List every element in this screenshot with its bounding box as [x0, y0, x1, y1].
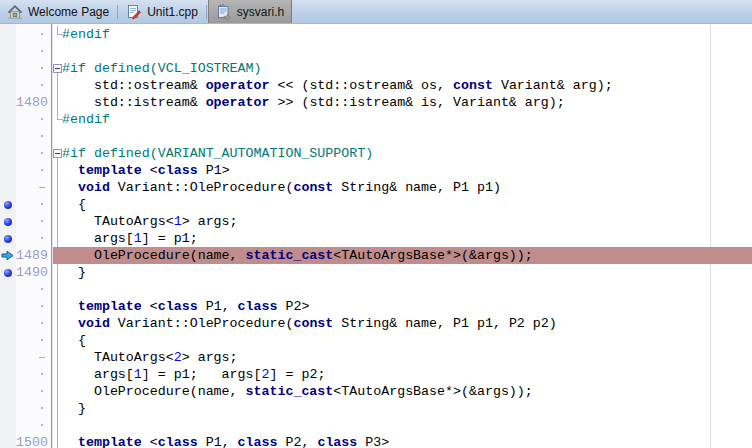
fold-collapse-button[interactable] [53, 64, 62, 73]
token-plain: > args; [182, 350, 238, 365]
code-line-1495[interactable]: – TAutoArgs<2> args; [0, 349, 752, 366]
token-plain: < [142, 163, 158, 178]
code-text[interactable]: void Variant::OleProcedure(const String&… [62, 179, 501, 196]
token-num: 2 [174, 350, 182, 365]
fold-guide-line [57, 417, 58, 434]
code-line-1477[interactable]: · [0, 43, 752, 60]
code-text[interactable]: #endif [62, 111, 110, 128]
token-plain: OleProcedure(name, [62, 248, 246, 263]
editor-tab-bar: Welcome Page Unit1.cpp [0, 0, 752, 24]
line-number-cell: 1500 [16, 434, 46, 448]
token-kw: static_cast [246, 384, 334, 399]
code-text[interactable]: template <class P1> [62, 162, 230, 179]
fold-guide-line [57, 162, 58, 179]
header-file-icon [216, 4, 232, 20]
code-line-1478[interactable]: ·#if defined(VCL_IOSTREAM) [0, 60, 752, 77]
token-pp: #if defined(VCL_IOSTREAM) [62, 61, 262, 76]
line-number-cell: 1490 [16, 264, 46, 281]
code-line-1493[interactable]: · void Variant::OleProcedure(const Strin… [0, 315, 752, 332]
code-line-1476[interactable]: ·#endif [0, 26, 752, 43]
token-plain: <TAutoArgsBase*>(&args)); [333, 248, 533, 263]
line-number-cell: 1480 [16, 94, 46, 111]
fold-guide-line [57, 383, 58, 400]
token-plain: Variant& arg); [493, 78, 613, 93]
tab-label: sysvari.h [237, 5, 284, 19]
code-line-1498[interactable]: · } [0, 400, 752, 417]
token-num: 1 [134, 367, 142, 382]
code-line-1483[interactable]: ·#if defined(VARIANT_AUTOMATION_SUPPORT) [0, 145, 752, 162]
code-line-1489[interactable]: 1489 OleProcedure(name, static_cast<TAut… [0, 247, 752, 264]
code-text[interactable]: TAutoArgs<1> args; [62, 213, 238, 230]
fold-collapse-button[interactable] [53, 149, 62, 158]
code-text[interactable]: std::ostream& operator << (std::ostream&… [62, 77, 613, 94]
line-number-cell: · [16, 366, 46, 383]
code-text[interactable]: std::istream& operator >> (std::istream&… [62, 94, 565, 111]
editor-rows: ·#endif··#if defined(VCL_IOSTREAM)· std:… [0, 24, 752, 448]
line-number-cell: · [16, 400, 46, 417]
token-num: 1 [174, 214, 182, 229]
tab-sysvari-h[interactable]: sysvari.h [208, 0, 292, 23]
token-kw: class [317, 435, 357, 448]
code-line-1496[interactable]: · args[1] = p1; args[2] = p2; [0, 366, 752, 383]
token-kw: template [78, 163, 142, 178]
token-plain: String& name, P1 p1, P2 p2) [333, 316, 556, 331]
token-plain [62, 316, 78, 331]
code-line-1482[interactable]: · [0, 128, 752, 145]
line-number-cell: – [16, 349, 46, 366]
fold-guide-line [57, 366, 58, 383]
line-number-cell: · [16, 383, 46, 400]
compiled-line-dot [4, 201, 12, 209]
token-plain: } [62, 265, 86, 280]
code-text[interactable]: OleProcedure(name, static_cast<TAutoArgs… [62, 383, 533, 400]
code-line-1480[interactable]: 1480 std::istream& operator >> (std::ist… [0, 94, 752, 111]
code-line-1490[interactable]: 1490 } [0, 264, 752, 281]
token-kw: template [78, 435, 142, 448]
token-kw: class [158, 299, 198, 314]
token-kw: class [238, 435, 278, 448]
fold-guide-line [57, 196, 58, 213]
fold-guide-line [57, 349, 58, 366]
code-text[interactable]: } [62, 264, 86, 281]
code-text[interactable]: #endif [62, 26, 110, 43]
code-line-1499[interactable]: · [0, 417, 752, 434]
modified-file-icon [126, 4, 142, 20]
code-text[interactable]: } [62, 400, 86, 417]
code-text[interactable]: template <class P1, class P2> [62, 298, 309, 315]
compiled-line-dot [4, 235, 12, 243]
code-line-1481[interactable]: ·#endif [0, 111, 752, 128]
code-text[interactable]: args[1] = p1; args[2] = p2; [62, 366, 325, 383]
code-text[interactable]: { [62, 332, 86, 349]
code-line-1485[interactable]: – void Variant::OleProcedure(const Strin… [0, 179, 752, 196]
token-plain: Variant::OleProcedure( [110, 316, 294, 331]
token-plain [62, 180, 78, 195]
code-text[interactable]: #if defined(VCL_IOSTREAM) [62, 60, 262, 77]
code-line-1494[interactable]: · { [0, 332, 752, 349]
code-text[interactable]: TAutoArgs<2> args; [62, 349, 238, 366]
code-line-1500[interactable]: 1500 template <class P1, class P2, class… [0, 434, 752, 448]
code-line-1479[interactable]: · std::ostream& operator << (std::ostrea… [0, 77, 752, 94]
code-line-1484[interactable]: · template <class P1> [0, 162, 752, 179]
code-editor[interactable]: ·#endif··#if defined(VCL_IOSTREAM)· std:… [0, 24, 752, 448]
code-line-1486[interactable]: · { [0, 196, 752, 213]
token-plain [62, 299, 78, 314]
tab-welcome-page[interactable]: Welcome Page [0, 0, 116, 23]
token-kw: class [238, 299, 278, 314]
code-text[interactable]: args[1] = p1; [62, 230, 198, 247]
token-num: 1 [134, 231, 142, 246]
code-text[interactable]: { [62, 196, 86, 213]
code-text[interactable]: template <class P1, class P2, class P3> [62, 434, 389, 448]
code-text[interactable]: OleProcedure(name, static_cast<TAutoArgs… [62, 247, 533, 264]
code-text[interactable]: void Variant::OleProcedure(const String&… [62, 315, 557, 332]
token-kw: template [78, 299, 142, 314]
tab-unit1-cpp[interactable]: Unit1.cpp [119, 0, 205, 23]
code-line-1488[interactable]: · args[1] = p1; [0, 230, 752, 247]
code-text[interactable]: #if defined(VARIANT_AUTOMATION_SUPPORT) [62, 145, 373, 162]
code-line-1487[interactable]: · TAutoArgs<1> args; [0, 213, 752, 230]
fold-guide-line [57, 434, 58, 448]
code-line-1497[interactable]: · OleProcedure(name, static_cast<TAutoAr… [0, 383, 752, 400]
token-num: 2 [262, 367, 270, 382]
code-line-1492[interactable]: · template <class P1, class P2> [0, 298, 752, 315]
code-line-1491[interactable]: · [0, 281, 752, 298]
token-plain: Variant::OleProcedure( [110, 180, 294, 195]
token-kw: const [293, 316, 333, 331]
